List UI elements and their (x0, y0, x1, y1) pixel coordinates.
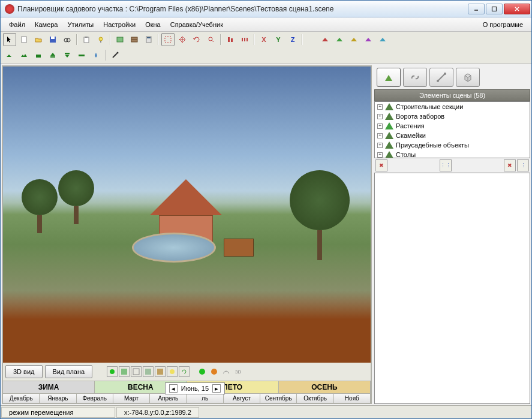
month-feb[interactable]: Февраль (77, 394, 113, 403)
month-jul[interactable]: Август (224, 394, 260, 403)
move-tool-icon[interactable] (176, 33, 189, 46)
distribute-icon[interactable] (238, 33, 251, 46)
terrain-lower-icon[interactable] (61, 49, 74, 62)
calculator-icon[interactable] (142, 33, 155, 46)
camera-preset-1-icon[interactable] (318, 33, 332, 46)
menu-settings[interactable]: Настройки (98, 19, 140, 30)
tree-item[interactable]: +Скамейки (375, 131, 530, 140)
menu-file[interactable]: Файл (4, 19, 30, 30)
image-icon[interactable] (113, 33, 127, 46)
menu-help[interactable]: Справка/Учебник (166, 19, 228, 30)
expand-icon[interactable]: + (377, 133, 383, 138)
month-jan[interactable]: Январь (40, 394, 76, 403)
curve-icon[interactable] (221, 366, 232, 377)
render-light-icon[interactable] (167, 366, 178, 377)
month-dec[interactable]: Декабрь (3, 394, 40, 403)
tree-item[interactable]: +Строительные секции (375, 102, 530, 111)
3d-viewport[interactable] (3, 67, 371, 363)
camera-preset-4-icon[interactable] (362, 33, 375, 46)
tab-cube-icon[interactable] (456, 68, 480, 87)
camera-preset-3-icon[interactable] (347, 33, 360, 46)
binoculars-icon[interactable] (61, 33, 74, 46)
menu-utilities[interactable]: Утилиты (63, 19, 99, 30)
date-prev-icon[interactable]: ◂ (169, 384, 178, 393)
svg-rect-4 (22, 37, 26, 43)
expand-icon[interactable]: + (377, 104, 383, 110)
dot-orange-icon[interactable] (209, 366, 220, 377)
view-3d-button[interactable]: 3D вид (5, 365, 43, 378)
terrain-raise-icon[interactable] (46, 49, 59, 62)
layers-icon[interactable] (128, 33, 141, 46)
object-icon (385, 132, 393, 139)
svg-rect-9 (84, 37, 89, 43)
month-may[interactable]: ль (187, 394, 223, 403)
save-file-icon[interactable] (46, 33, 59, 46)
terrain-flat-icon[interactable] (75, 49, 88, 62)
terrain-tool-3-icon[interactable] (32, 49, 45, 62)
terrain-tool-1-icon[interactable] (3, 49, 16, 62)
svg-rect-24 (244, 38, 245, 41)
rotate-tool-icon[interactable] (190, 33, 203, 46)
terrain-tool-2-icon[interactable] (17, 49, 31, 62)
svg-rect-23 (242, 38, 243, 41)
minimize-button[interactable] (468, 4, 485, 14)
maximize-button[interactable] (486, 4, 503, 14)
tree-item[interactable]: +Приусадебные объекты (375, 140, 530, 150)
camera-preset-5-icon[interactable] (376, 33, 389, 46)
date-next-icon[interactable]: ▸ (212, 384, 221, 393)
scene-tree[interactable]: +Строительные секции +Ворота заборов +Ра… (374, 101, 530, 158)
expand-icon[interactable]: + (377, 143, 383, 148)
tree-action-1-icon[interactable]: ⋮⋮ (440, 159, 452, 171)
tree-action-2-icon[interactable]: ⋮ (517, 159, 529, 171)
svg-line-20 (212, 40, 214, 42)
tab-scene-icon[interactable] (377, 68, 401, 87)
render-tex-icon[interactable] (155, 366, 166, 377)
dot-green-icon[interactable] (197, 366, 208, 377)
new-file-icon[interactable] (17, 33, 31, 46)
align-icon[interactable] (224, 33, 237, 46)
tree-item[interactable]: +Столы (375, 150, 530, 158)
close-button[interactable] (504, 4, 530, 14)
axis-x-icon[interactable]: X (257, 33, 270, 46)
menu-camera[interactable]: Камера (30, 19, 62, 30)
lightbulb-icon[interactable] (94, 33, 107, 46)
month-mar[interactable]: Март (113, 394, 150, 403)
season-autumn[interactable]: ОСЕНЬ (279, 381, 371, 393)
eyedropper-icon[interactable] (109, 49, 122, 62)
3d-label-icon[interactable]: 3D (233, 366, 244, 377)
axis-z-icon[interactable]: Z (286, 33, 299, 46)
view-plan-button[interactable]: Вид плана (45, 365, 93, 378)
properties-panel[interactable] (374, 173, 530, 404)
render-refresh-icon[interactable] (179, 366, 190, 377)
tree-collapse-icon[interactable]: ✖ (375, 159, 387, 171)
season-winter[interactable]: ЗИМА (3, 381, 95, 393)
tab-link-icon[interactable] (403, 68, 427, 87)
expand-icon[interactable]: + (377, 114, 383, 119)
render-quality-icon[interactable] (119, 366, 130, 377)
water-drop-icon[interactable] (89, 49, 103, 62)
camera-preset-2-icon[interactable] (333, 33, 346, 46)
tree-delete-icon[interactable]: ✖ (504, 159, 516, 171)
clipboard-icon[interactable] (80, 33, 93, 46)
render-green-icon[interactable] (107, 366, 118, 377)
axis-y-icon[interactable]: Y (272, 33, 285, 46)
expand-icon[interactable]: + (377, 123, 383, 129)
expand-icon[interactable]: + (377, 152, 383, 158)
month-apr[interactable]: Апрель (150, 394, 187, 403)
select-tool-icon[interactable] (3, 33, 16, 46)
tree-item[interactable]: +Ворота заборов (375, 111, 530, 121)
tab-measure-icon[interactable] (429, 68, 453, 87)
render-wire-icon[interactable] (131, 366, 142, 377)
zoom-tool-icon[interactable] (205, 33, 218, 46)
month-sep[interactable]: Октябрь (297, 394, 333, 403)
render-shade-icon[interactable] (143, 366, 154, 377)
open-file-icon[interactable] (32, 33, 45, 46)
content-area: 3D вид Вид плана 3D З (1, 64, 531, 405)
menu-windows[interactable]: Окна (140, 19, 166, 30)
bounds-icon[interactable] (161, 33, 175, 46)
tree-item[interactable]: +Растения (375, 121, 530, 131)
month-oct[interactable]: Нояб (334, 394, 371, 403)
menu-about[interactable]: О программе (478, 19, 528, 30)
month-aug[interactable]: Сентябрь (260, 394, 297, 403)
titlebar[interactable]: Планировщик садового участка : C:\Progra… (1, 1, 531, 17)
